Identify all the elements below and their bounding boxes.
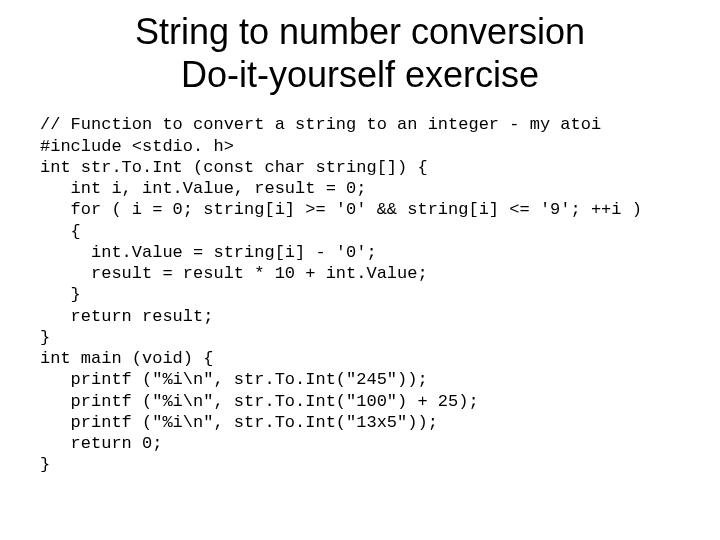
title-line-2: Do-it-yourself exercise <box>181 54 539 95</box>
title-line-1: String to number conversion <box>135 11 585 52</box>
code-block: // Function to convert a string to an in… <box>40 114 680 475</box>
slide-container: String to number conversion Do-it-yourse… <box>0 0 720 540</box>
slide-title: String to number conversion Do-it-yourse… <box>40 10 680 96</box>
